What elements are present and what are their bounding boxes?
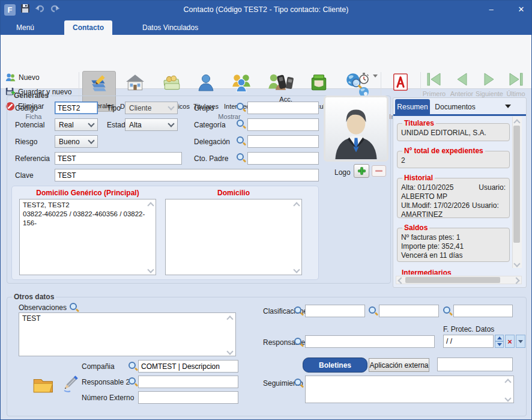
open-folder-button[interactable] bbox=[32, 376, 56, 397]
nuevo-label: Nuevo bbox=[19, 73, 40, 82]
vscroll-thumb[interactable] bbox=[513, 126, 520, 243]
search-icon[interactable] bbox=[369, 306, 378, 316]
referencia-input[interactable] bbox=[55, 152, 182, 165]
cto-padre-label: Cto. Padre bbox=[194, 154, 228, 163]
seguimiento-textarea[interactable] bbox=[305, 376, 514, 403]
cto-padre-input[interactable] bbox=[247, 152, 319, 165]
pdf-icon bbox=[391, 72, 410, 93]
aplicacion-externa-input[interactable] bbox=[437, 358, 513, 371]
grupo-input[interactable] bbox=[247, 102, 319, 114]
add-logo-button[interactable] bbox=[354, 164, 369, 178]
domicilio-line: TEST2, TEST2 bbox=[23, 201, 147, 210]
estado-select[interactable]: Alta bbox=[125, 118, 178, 131]
intermediarios-title-clipped: Intermediarios bbox=[402, 269, 492, 275]
edit-pencil-button[interactable] bbox=[61, 373, 80, 396]
compania-label: Compañia bbox=[82, 362, 115, 371]
panel-dropdown-arrow[interactable] bbox=[505, 105, 511, 108]
delete-icon bbox=[5, 102, 15, 111]
remove-logo-button bbox=[372, 165, 386, 177]
saldos-facturas: Nº facturas ptes: 1 bbox=[401, 233, 506, 242]
categoria-input[interactable] bbox=[247, 118, 319, 131]
tipo-value: Cliente bbox=[129, 104, 151, 112]
chevron-down-icon bbox=[88, 137, 94, 144]
search-icon[interactable] bbox=[70, 303, 79, 312]
title-bar: Contacto (Código TEST2 - Tipo contacto: … bbox=[1, 1, 531, 19]
search-icon[interactable] bbox=[294, 379, 304, 388]
redo-icon bbox=[50, 4, 60, 15]
search-icon[interactable] bbox=[237, 153, 246, 163]
search-icon[interactable] bbox=[237, 120, 246, 129]
observaciones-textarea[interactable]: TEST bbox=[19, 312, 236, 356]
responsable2-input[interactable] bbox=[138, 376, 238, 388]
search-icon[interactable] bbox=[294, 306, 304, 316]
observaciones-label: Observaciones bbox=[19, 303, 67, 312]
potencial-value: Real bbox=[59, 121, 74, 129]
historial-usuario-label: Usuario: bbox=[479, 183, 506, 192]
responsable2-label: Responsable 2 bbox=[82, 378, 130, 386]
tipo-select[interactable]: Cliente bbox=[125, 102, 178, 114]
codigo-input[interactable] bbox=[55, 102, 98, 114]
tab-resumen[interactable]: Resumen bbox=[395, 99, 430, 114]
ficha-group-caption: Ficha bbox=[13, 113, 55, 120]
expedientes-value: 2 bbox=[401, 156, 506, 165]
date-spin-up-button[interactable] bbox=[495, 335, 504, 341]
domicilio-box[interactable] bbox=[165, 199, 302, 275]
hscroll-thumb[interactable] bbox=[405, 277, 500, 283]
responsable-input[interactable] bbox=[305, 335, 435, 348]
saldos-importe: Importe pte: 352,41 bbox=[401, 242, 506, 251]
titulares-section: Titulares UNIDAD EDITORIAL, S.A. bbox=[397, 119, 510, 141]
domicilio-generico-title: Domicilio Genérico (Principal) bbox=[19, 189, 156, 197]
nuevo-button[interactable]: Nuevo bbox=[5, 73, 40, 82]
tab-documentos[interactable]: Documentos bbox=[431, 99, 479, 114]
date-spin-down-button[interactable] bbox=[495, 341, 504, 348]
timer-icon bbox=[358, 72, 370, 84]
search-icon[interactable] bbox=[128, 362, 138, 371]
previous-icon bbox=[454, 72, 470, 87]
clave-input[interactable] bbox=[55, 169, 319, 181]
timer-dropdown-arrow[interactable] bbox=[373, 75, 378, 78]
primero-button: Primero bbox=[421, 72, 447, 97]
f-protec-datos-input[interactable] bbox=[443, 335, 494, 348]
siguiente-label: Siguiente bbox=[476, 90, 503, 97]
tab-contacto[interactable]: Contacto bbox=[64, 20, 112, 35]
close-button[interactable]: ✕ bbox=[512, 2, 530, 16]
timer-button[interactable] bbox=[358, 72, 370, 87]
chevron-down-icon bbox=[518, 340, 523, 343]
historial-usuario2-label: Usuario: bbox=[472, 201, 499, 210]
tab-datos-vinculados[interactable]: Datos Vinculados bbox=[134, 20, 207, 35]
tab-menu[interactable]: Menú bbox=[8, 20, 43, 35]
search-icon[interactable] bbox=[237, 103, 246, 112]
compania-input[interactable] bbox=[138, 360, 238, 373]
date-dropdown-button[interactable] bbox=[516, 335, 525, 348]
menu-tab-strip: Menú Contacto Datos Vinculados bbox=[1, 19, 531, 35]
potencial-select[interactable]: Real bbox=[55, 118, 98, 131]
search-icon[interactable] bbox=[237, 136, 246, 146]
save-icon[interactable] bbox=[20, 4, 30, 16]
clasificacion2-input[interactable] bbox=[379, 305, 439, 317]
clasificacion3-input[interactable] bbox=[453, 305, 513, 317]
search-icon[interactable] bbox=[443, 306, 453, 316]
clave-label: Clave bbox=[15, 171, 34, 180]
estado-value: Alta bbox=[129, 121, 142, 129]
clasificacion1-input[interactable] bbox=[305, 305, 365, 317]
tab-underline bbox=[393, 114, 526, 116]
aplicacion-externa-button[interactable]: Aplicación externa bbox=[369, 358, 429, 372]
minus-icon bbox=[375, 170, 382, 172]
search-icon[interactable] bbox=[294, 338, 304, 347]
boletines-button[interactable]: Boletines bbox=[303, 358, 367, 373]
contact-photo[interactable] bbox=[324, 96, 388, 162]
primero-label: Primero bbox=[423, 90, 446, 97]
guardar-y-nuevo-button[interactable]: Guardar y nuevo bbox=[5, 87, 71, 97]
date-clear-button[interactable]: × bbox=[505, 335, 515, 348]
minimize-button[interactable]: – bbox=[482, 2, 500, 16]
saldos-title: Saldos bbox=[402, 224, 429, 232]
historial-section: Historial Alta: 01/10/2025 Usuario: ALBE… bbox=[397, 174, 510, 218]
delegacion-input[interactable] bbox=[247, 135, 319, 148]
generales-icon bbox=[89, 73, 109, 94]
numero-externo-input[interactable] bbox=[138, 391, 238, 404]
search-icon[interactable] bbox=[128, 377, 138, 387]
domicilio-generico-box[interactable]: TEST2, TEST2 03822-460225 / 03822-460356… bbox=[19, 199, 156, 275]
riesgo-select[interactable]: Bueno bbox=[55, 135, 98, 148]
codigo-label: Código bbox=[15, 104, 38, 112]
saldos-section: Saldos Nº facturas ptes: 1 Importe pte: … bbox=[397, 224, 510, 262]
